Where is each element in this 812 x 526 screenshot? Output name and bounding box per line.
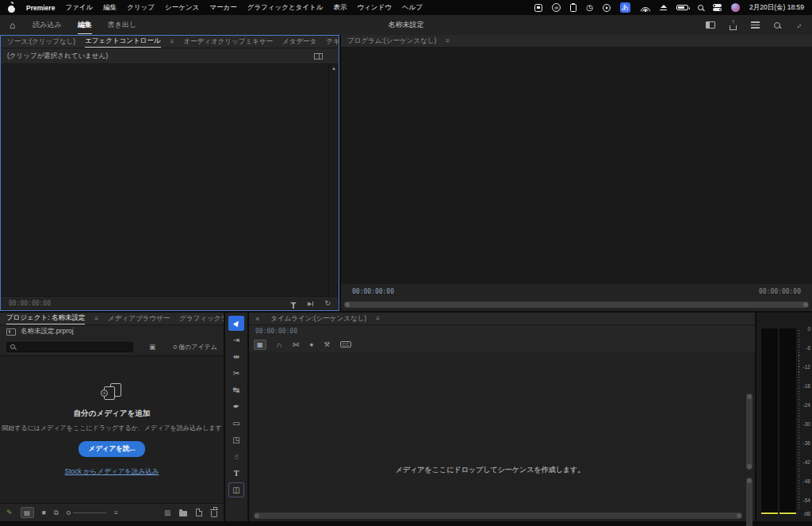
new-item-icon[interactable] bbox=[196, 509, 202, 516]
icon-view-button[interactable]: ■ bbox=[42, 509, 46, 516]
pen-tool[interactable]: ✒ bbox=[228, 399, 244, 414]
time-machine-icon[interactable]: ◷ bbox=[586, 4, 593, 12]
snap-icon[interactable]: ∩ bbox=[277, 340, 282, 349]
timeline-settings-icon[interactable]: ⚒ bbox=[324, 341, 330, 348]
type-tool[interactable]: T bbox=[228, 466, 244, 481]
search-box[interactable] bbox=[6, 342, 133, 352]
selection-tool[interactable]: ▶ bbox=[228, 316, 244, 331]
hand-tool[interactable]: ☝ bbox=[228, 449, 244, 464]
search-icon[interactable] bbox=[774, 22, 780, 29]
program-current-timecode[interactable]: 00:00:00:00 bbox=[352, 288, 394, 295]
play-circle-icon[interactable] bbox=[603, 4, 611, 12]
panel-menu-icon[interactable]: ≡ bbox=[376, 315, 380, 322]
clipboard-icon[interactable] bbox=[570, 4, 576, 12]
audio-meters-panel: 0 -6 -12 -18 -24 -30 -36 -42 -48 -54 dB bbox=[756, 313, 812, 521]
menubar-item[interactable]: シーケンス bbox=[165, 3, 199, 13]
menubar-item[interactable]: 表示 bbox=[333, 3, 347, 13]
tab-audio-clip-mixer[interactable]: オーディオクリップミキサー bbox=[183, 37, 273, 47]
tab-metadata[interactable]: メタデータ bbox=[282, 37, 316, 47]
control-center-icon[interactable] bbox=[713, 4, 722, 11]
delete-icon[interactable] bbox=[211, 511, 217, 517]
video-track-scrollbar[interactable] bbox=[746, 394, 753, 470]
menubar-item[interactable]: ファイル bbox=[65, 3, 93, 13]
menubar-item[interactable]: マーカー bbox=[209, 3, 236, 13]
thumbnail-zoom-slider[interactable] bbox=[67, 511, 106, 515]
wifi-icon[interactable] bbox=[640, 4, 650, 12]
scroll-up-icon[interactable]: ▲ bbox=[331, 66, 336, 71]
siri-icon[interactable] bbox=[731, 3, 740, 12]
close-icon[interactable]: × bbox=[255, 315, 259, 323]
tab-program-monitor[interactable]: プログラム:(シーケンスなし) bbox=[347, 36, 436, 46]
automate-to-sequence-icon[interactable]: ▥ bbox=[164, 509, 170, 516]
sort-icon[interactable]: ≡ bbox=[114, 509, 118, 516]
new-bin-icon[interactable] bbox=[179, 511, 187, 516]
audio-track-scrollbar[interactable] bbox=[746, 478, 753, 526]
menubar-item[interactable]: クリップ bbox=[127, 3, 155, 13]
project-panel: プロジェクト: 名称未設定 ≡ メディアブラウザー グラフィックテンプ » 名称… bbox=[0, 313, 224, 521]
object-selection-tool[interactable]: ◳ bbox=[228, 432, 244, 447]
timeline-drop-message: メディアをここにドロップしてシーケンスを作成します。 bbox=[249, 465, 731, 475]
panel-menu-icon[interactable]: ≡ bbox=[170, 38, 174, 45]
battery-icon[interactable] bbox=[676, 5, 688, 10]
search-input[interactable] bbox=[18, 344, 129, 351]
import-media-button[interactable]: メディアを読... bbox=[79, 441, 144, 457]
captions-icon[interactable]: CC bbox=[340, 341, 351, 347]
filter-icon[interactable] bbox=[290, 302, 297, 305]
project-file-row[interactable]: 名称未設定.prproj bbox=[0, 325, 224, 338]
tab-export[interactable]: 書き出し bbox=[108, 16, 136, 34]
razor-tool[interactable]: ✂ bbox=[228, 366, 244, 381]
play-in-out-icon[interactable]: ▶ bbox=[308, 301, 313, 307]
share-icon[interactable] bbox=[730, 25, 737, 30]
fullscreen-icon[interactable]: ↔ bbox=[793, 19, 804, 30]
timeline-horizontal-scrollbar[interactable] bbox=[254, 513, 742, 519]
add-marker-icon[interactable]: ● bbox=[309, 341, 313, 348]
track-select-forward-tool[interactable]: ⇥ bbox=[228, 332, 244, 347]
stock-media-link[interactable]: Stock からメディアを読み込み bbox=[65, 467, 159, 477]
app-menu[interactable]: Premiere bbox=[26, 4, 55, 12]
tab-effect-controls[interactable]: エフェクトコントロール bbox=[85, 36, 161, 48]
freeform-view-button[interactable]: ⧉ bbox=[54, 509, 59, 516]
tab-edit[interactable]: 編集 bbox=[78, 16, 92, 34]
program-zoom-scrollbar[interactable] bbox=[344, 301, 809, 308]
sequence-as-clip-icon[interactable]: ▦ bbox=[254, 340, 266, 350]
tab-text[interactable]: テキス bbox=[326, 37, 339, 47]
spotlight-icon[interactable] bbox=[698, 5, 703, 10]
vertical-type-tool[interactable]: ◫ bbox=[228, 482, 244, 497]
no-clip-message: (クリップが選択されていません) bbox=[7, 52, 108, 61]
tab-media-browser[interactable]: メディアブラウザー bbox=[108, 314, 170, 324]
input-source-icon[interactable]: あ bbox=[620, 2, 630, 13]
workspaces-menu-icon[interactable] bbox=[751, 21, 760, 29]
timeline-tabbar: × タイムライン:(シーケンスなし) ≡ bbox=[249, 313, 755, 325]
tab-project[interactable]: プロジェクト: 名称未設定 bbox=[6, 313, 85, 324]
workspace-layout-icon[interactable] bbox=[706, 21, 715, 29]
menubar-item[interactable]: グラフィックとタイトル bbox=[247, 3, 324, 13]
linked-selection-icon[interactable]: ⋈ bbox=[293, 341, 300, 348]
tab-source-monitor[interactable]: ソース:(クリップなし) bbox=[7, 37, 75, 47]
panel-menu-icon[interactable]: ≡ bbox=[94, 315, 98, 322]
tab-graphics-templates[interactable]: グラフィックテンプ bbox=[179, 314, 224, 324]
home-icon[interactable]: ⌂ bbox=[10, 20, 15, 31]
eject-icon[interactable] bbox=[660, 5, 667, 10]
menubar-item[interactable]: 編集 bbox=[103, 3, 117, 13]
ripple-edit-tool[interactable]: ⇹ bbox=[228, 349, 244, 364]
effect-controls-timecode[interactable]: 00:00:00:00 bbox=[9, 300, 51, 307]
creative-cloud-icon[interactable]: ∞ bbox=[552, 3, 561, 12]
tab-timeline[interactable]: タイムライン:(シーケンスなし) bbox=[270, 314, 366, 324]
tab-import[interactable]: 読み込み bbox=[33, 16, 61, 34]
rectangle-tool[interactable]: ▭ bbox=[228, 416, 244, 431]
menubar-item[interactable]: ヘルプ bbox=[402, 3, 423, 13]
menubar-item[interactable]: ウィンドウ bbox=[357, 3, 392, 13]
timeline-timecode[interactable]: 00:00:00:00 bbox=[255, 328, 297, 335]
effect-controls-header: (クリップが選択されていません) bbox=[1, 48, 339, 64]
slip-tool[interactable]: ↹ bbox=[228, 382, 244, 397]
project-writable-icon[interactable]: ✎ bbox=[6, 509, 13, 516]
list-view-button[interactable]: ▤ bbox=[21, 507, 34, 518]
box-icon[interactable] bbox=[534, 4, 542, 12]
panel-menu-icon[interactable]: ≡ bbox=[446, 37, 450, 44]
apple-menu-icon[interactable] bbox=[8, 3, 16, 13]
filter-bin-icon[interactable]: ▣ bbox=[149, 344, 155, 351]
timeline-track-area[interactable]: メディアをここにドロップしてシーケンスを作成します。 bbox=[249, 352, 755, 521]
timeline-view-toggle-icon[interactable] bbox=[314, 53, 323, 60]
loop-icon[interactable]: ↻ bbox=[324, 300, 331, 307]
menubar-clock[interactable]: 2月20日(金) 18:59 bbox=[749, 3, 804, 13]
